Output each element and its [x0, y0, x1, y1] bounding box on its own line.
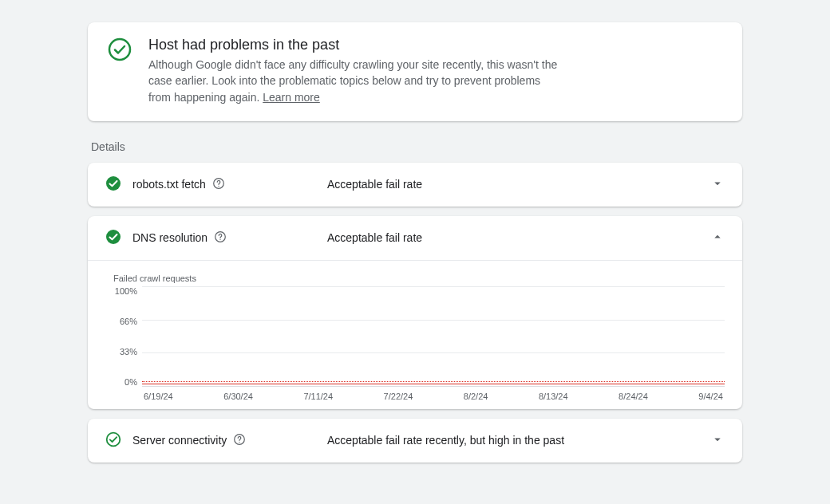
row-title-server: Server connectivity [132, 434, 227, 447]
chart-series-solid [142, 384, 725, 384]
row-toggle-server[interactable]: Server connectivity Acceptable fail rate… [88, 419, 742, 463]
svg-point-9 [239, 442, 240, 443]
chart-series-dotted [142, 381, 725, 382]
banner-title: Host had problems in the past [148, 37, 563, 53]
row-title-robots: robots.txt fetch [132, 178, 206, 191]
chart-area: 100% 66% 33% 0% 6/19/24 6/30/24 7/11/24 [105, 286, 725, 398]
y-tick: 33% [105, 347, 137, 356]
host-status-banner: Host had problems in the past Although G… [88, 22, 742, 121]
svg-point-3 [218, 186, 219, 187]
details-heading: Details [91, 140, 742, 153]
dns-chart-panel: Failed crawl requests 100% 66% 33% 0% 6/… [88, 260, 742, 409]
row-status-dns: Acceptable fail rate [327, 231, 699, 244]
check-solid-icon [105, 175, 121, 194]
x-tick: 7/11/24 [303, 392, 333, 401]
help-icon[interactable] [214, 230, 227, 246]
svg-point-4 [106, 230, 121, 244]
learn-more-link[interactable]: Learn more [263, 91, 320, 104]
chart-plot [142, 286, 725, 387]
chart-x-axis: 6/19/24 6/30/24 7/11/24 7/22/24 8/2/24 8… [142, 387, 725, 401]
row-toggle-dns[interactable]: DNS resolution Acceptable fail rate [88, 216, 742, 260]
x-tick: 8/24/24 [619, 392, 648, 401]
detail-row-server: Server connectivity Acceptable fail rate… [88, 419, 742, 463]
svg-point-6 [220, 239, 221, 240]
row-status-server: Acceptable fail rate recently, but high … [327, 434, 699, 447]
row-toggle-robots[interactable]: robots.txt fetch Acceptable fail rate [88, 163, 742, 207]
chevron-down-icon [710, 432, 725, 449]
banner-description: Although Google didn't face any difficul… [148, 57, 563, 105]
chart-title: Failed crawl requests [113, 274, 725, 283]
x-tick: 8/13/24 [539, 392, 568, 401]
svg-point-7 [107, 433, 121, 447]
help-icon[interactable] [212, 177, 225, 192]
check-outline-icon [107, 37, 132, 105]
detail-row-robots: robots.txt fetch Acceptable fail rate [88, 163, 742, 207]
chevron-up-icon [710, 230, 725, 246]
chart-y-axis: 100% 66% 33% 0% [105, 286, 137, 387]
x-tick: 8/2/24 [464, 392, 488, 401]
help-icon[interactable] [233, 433, 246, 448]
chevron-down-icon [710, 176, 725, 193]
svg-point-0 [109, 39, 130, 60]
x-tick: 9/4/24 [698, 392, 723, 401]
check-solid-icon [105, 229, 121, 247]
check-outline-icon [105, 431, 121, 450]
x-tick: 6/19/24 [144, 392, 173, 401]
y-tick: 100% [105, 286, 137, 296]
svg-point-1 [106, 176, 121, 191]
x-tick: 7/22/24 [384, 392, 413, 401]
banner-description-text: Although Google didn't face any difficul… [148, 58, 557, 104]
x-tick: 6/30/24 [223, 392, 253, 401]
y-tick: 66% [105, 317, 137, 326]
row-status-robots: Acceptable fail rate [327, 178, 699, 191]
detail-row-dns: DNS resolution Acceptable fail rate Fail… [88, 216, 742, 409]
row-title-dns: DNS resolution [132, 231, 208, 244]
y-tick: 0% [105, 377, 137, 387]
